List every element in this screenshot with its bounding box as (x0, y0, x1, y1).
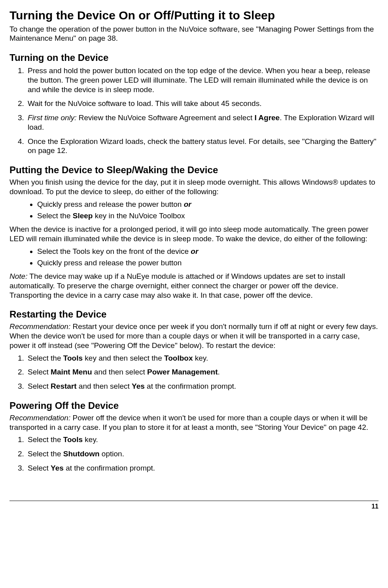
text: at the confirmation prompt. (145, 382, 236, 390)
text: Sleep (73, 212, 93, 220)
text: Toolbox (164, 354, 193, 362)
text: Select the Tools key on the front of the… (37, 247, 191, 255)
list-item: Quickly press and release the power butt… (37, 258, 379, 268)
list-item: Once the Exploration Wizard loads, check… (26, 137, 379, 156)
list-item: Quickly press and release the power butt… (37, 200, 379, 209)
list-item: Select Restart and then select Yes at th… (26, 382, 379, 391)
page-footer: 11 (9, 501, 379, 510)
text: Select (28, 464, 51, 472)
list-item: Press and hold the power button located … (26, 66, 379, 94)
text: Shutdown (63, 450, 100, 458)
wake-options: Select the Tools key on the front of the… (9, 247, 379, 268)
restart-steps: Select the Tools key and then select the… (9, 354, 379, 391)
text: Yes (132, 382, 145, 390)
text: Tools (63, 435, 83, 444)
page-title: Turning the Device On or Off/Putting it … (9, 8, 379, 23)
text: Select the (28, 450, 63, 458)
list-item: Select the Tools key on the front of the… (37, 247, 379, 256)
text: Note: (9, 272, 27, 280)
text: or (184, 200, 191, 208)
list-item: Wait for the NuVoice software to load. T… (26, 99, 379, 108)
text: key. (83, 435, 98, 444)
text: Power Management (147, 368, 218, 376)
text: Select the (37, 212, 73, 220)
text: Select (28, 382, 51, 390)
text: key and then select the (83, 354, 164, 362)
text: at the confirmation prompt. (64, 464, 155, 472)
poweroff-steps: Select the Tools key. Select the Shutdow… (9, 435, 379, 473)
recommendation-paragraph: Recommendation: Power off the device whe… (9, 413, 379, 432)
list-item: Select the Tools key. (26, 435, 379, 444)
text: Select the (28, 435, 63, 444)
text: Recommendation: (9, 414, 70, 422)
text: . (218, 368, 220, 376)
text: Select (28, 368, 51, 376)
text: option. (100, 450, 124, 458)
text: or (191, 247, 198, 255)
text: I Agree (254, 113, 280, 122)
text: Maint Menu (51, 368, 92, 376)
text: The device may wake up if a NuEye module… (9, 272, 345, 299)
page-number: 11 (371, 503, 379, 510)
section-heading-sleep: Putting the Device to Sleep/Waking the D… (9, 164, 379, 176)
text: Quickly press and release the power butt… (37, 200, 184, 208)
list-item: Select the Sleep key in the NuVoice Tool… (37, 211, 379, 221)
section-heading-restart: Restarting the Device (9, 308, 379, 320)
text: key in the NuVoice Toolbox (93, 212, 185, 220)
text: Recommendation: (9, 322, 70, 331)
text: and then select (77, 382, 132, 390)
text: Select the (28, 354, 63, 362)
paragraph: When you finish using the device for the… (9, 178, 379, 197)
section-heading-poweroff: Powering Off the Device (9, 400, 379, 412)
text: Review the NuVoice Software Agreement an… (77, 113, 255, 122)
list-item: First time only: Review the NuVoice Soft… (26, 113, 379, 132)
list-item: Select Maint Menu and then select Power … (26, 367, 379, 377)
text: and then select (92, 368, 147, 376)
sleep-options: Quickly press and release the power butt… (9, 200, 379, 221)
text: key. (193, 354, 208, 362)
turning-on-steps: Press and hold the power button located … (9, 66, 379, 155)
text: Yes (51, 464, 64, 472)
section-heading-turning-on: Turning on the Device (9, 52, 379, 64)
paragraph: When the device is inactive for a prolon… (9, 225, 379, 244)
text: Restart (51, 382, 76, 390)
list-item: Select Yes at the confirmation prompt. (26, 463, 379, 473)
text: First time only: (28, 113, 77, 122)
note-paragraph: Note: The device may wake up if a NuEye … (9, 272, 379, 300)
intro-paragraph: To change the operation of the power but… (9, 25, 379, 43)
list-item: Select the Tools key and then select the… (26, 354, 379, 363)
recommendation-paragraph: Recommendation: Restart your device once… (9, 322, 379, 350)
text: Tools (63, 354, 83, 362)
list-item: Select the Shutdown option. (26, 449, 379, 459)
